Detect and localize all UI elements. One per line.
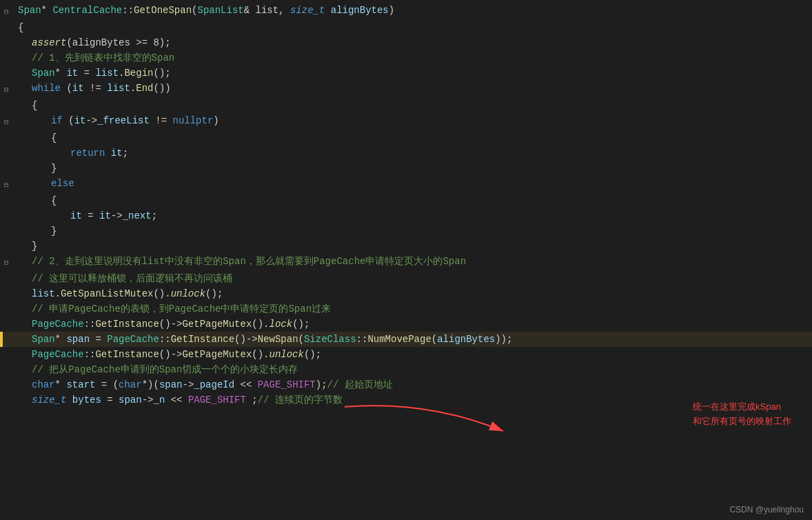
fold-icon-6[interactable]: ⊟ — [0, 81, 12, 98]
code-line: ⊟ // 2、走到这里说明没有list中没有非空的Span，那么就需要到Page… — [0, 254, 812, 271]
code-line: assert(alignBytes >= 8); — [0, 35, 812, 50]
code-line: PageCache::GetInstance()->GetPageMutex()… — [0, 347, 812, 362]
code-line-13-content: { — [12, 193, 812, 208]
fold-icon-26 — [0, 392, 12, 394]
code-line: // 把从PageCache申请到的Span切成一个个的小块定长内存 — [0, 362, 812, 377]
code-line: { — [0, 98, 812, 113]
code-line: // 1、先到链表中找非空的Span — [0, 50, 812, 66]
fold-icon-21 — [0, 317, 12, 318]
code-line: ⊟ Span* CentralCache::GetOneSpan(SpanLis… — [0, 3, 812, 20]
fold-icon-9 — [0, 130, 12, 132]
code-line-19-content: list.GetSpanListMutex().unlock(); — [12, 286, 812, 301]
fold-icon-1[interactable]: ⊟ — [0, 3, 12, 20]
fold-icon-10 — [0, 146, 12, 147]
code-line-23-content: PageCache::GetInstance()->GetPageMutex()… — [12, 347, 812, 362]
code-line: list.GetSpanListMutex().unlock(); — [0, 286, 812, 301]
fold-icon-24 — [0, 362, 12, 363]
code-line-1-content: Span* CentralCache::GetOneSpan(SpanList&… — [12, 3, 812, 18]
fold-icon-14 — [0, 208, 12, 210]
fold-icon-13 — [0, 193, 12, 194]
code-line-14-content: it = it->_next; — [12, 208, 812, 223]
code-line: size_t bytes = span->_n << PAGE_SHIFT ;/… — [0, 392, 812, 408]
fold-icon-17[interactable]: ⊟ — [0, 254, 12, 271]
code-line: } — [0, 161, 812, 176]
fold-icon-18 — [0, 271, 12, 272]
fold-icon-8[interactable]: ⊟ — [0, 113, 12, 130]
csdn-watermark: CSDN @yuelinghou — [729, 505, 804, 514]
code-line-8-content: if (it->_freeList != nullptr) — [12, 113, 812, 128]
code-line-5-content: Span* it = list.Begin(); — [12, 66, 812, 81]
code-line-20-content: // 申请PageCache的表锁，到PageCache中申请特定页的Span过… — [12, 301, 812, 317]
code-line: it = it->_next; — [0, 208, 812, 223]
code-line-25-content: char* start = (char*)(span->_pageId << P… — [12, 377, 812, 392]
code-line-10-content: return it; — [12, 146, 812, 161]
code-line-18-content: // 这里可以释放桶锁，后面逻辑不再访问该桶 — [12, 271, 812, 286]
code-line: } — [0, 223, 812, 239]
code-line: PageCache::GetInstance()->GetPageMutex()… — [0, 317, 812, 332]
code-line-2-content: { — [12, 20, 812, 35]
fold-icon-11 — [0, 161, 12, 162]
code-line-16-content: } — [12, 239, 812, 254]
fold-icon-3 — [0, 35, 12, 37]
code-line-21-content: PageCache::GetInstance()->GetPageMutex()… — [12, 317, 812, 332]
code-line: { — [0, 193, 812, 208]
code-line: } — [0, 239, 812, 254]
code-line-11-content: } — [12, 161, 812, 176]
code-line: // 这里可以释放桶锁，后面逻辑不再访问该桶 — [0, 271, 812, 286]
fold-icon-25 — [0, 377, 12, 379]
code-container: ⊟ Span* CentralCache::GetOneSpan(SpanLis… — [0, 0, 812, 520]
code-line-24-content: // 把从PageCache申请到的Span切成一个个的小块定长内存 — [12, 362, 812, 377]
code-line: char* start = (char*)(span->_pageId << P… — [0, 377, 812, 392]
code-line-12-content: else — [12, 176, 812, 191]
code-line: ⊟ else — [0, 176, 812, 193]
fold-icon-23 — [0, 347, 12, 348]
code-line: { — [0, 20, 812, 35]
code-line: { — [0, 130, 812, 146]
code-line-4-content: // 1、先到链表中找非空的Span — [12, 50, 812, 66]
code-line-22-content: Span* span = PageCache::GetInstance()->N… — [12, 332, 812, 347]
fold-icon-12[interactable]: ⊟ — [0, 176, 12, 193]
annotation-text-2: 和它所有页号的映射工作 — [693, 416, 791, 426]
code-line: ⊟ while (it != list.End()) — [0, 81, 812, 98]
code-line: // 申请PageCache的表锁，到PageCache中申请特定页的Span过… — [0, 301, 812, 317]
code-line: Span* it = list.Begin(); — [0, 66, 812, 81]
code-line-15-content: } — [12, 223, 812, 239]
fold-icon-20 — [0, 301, 12, 303]
fold-icon-19 — [0, 286, 12, 288]
code-line-9-content: { — [12, 130, 812, 146]
fold-icon-4 — [0, 50, 12, 52]
fold-icon-7 — [0, 98, 12, 99]
yellow-marker — [0, 332, 3, 347]
code-line-6-content: while (it != list.End()) — [12, 81, 812, 96]
fold-icon-16 — [0, 239, 12, 240]
code-line-26-content: size_t bytes = span->_n << PAGE_SHIFT ;/… — [12, 392, 812, 408]
code-line-7-content: { — [12, 98, 812, 113]
code-line-3-content: assert(alignBytes >= 8); — [12, 35, 812, 50]
fold-icon-15 — [0, 223, 12, 225]
fold-icon-5 — [0, 66, 12, 67]
code-line: ⊟ if (it->_freeList != nullptr) — [0, 113, 812, 130]
code-line: return it; — [0, 146, 812, 161]
code-line-17-content: // 2、走到这里说明没有list中没有非空的Span，那么就需要到PageCa… — [12, 254, 812, 269]
code-line-yellow: Span* span = PageCache::GetInstance()->N… — [0, 332, 812, 347]
fold-icon-2 — [0, 20, 12, 21]
